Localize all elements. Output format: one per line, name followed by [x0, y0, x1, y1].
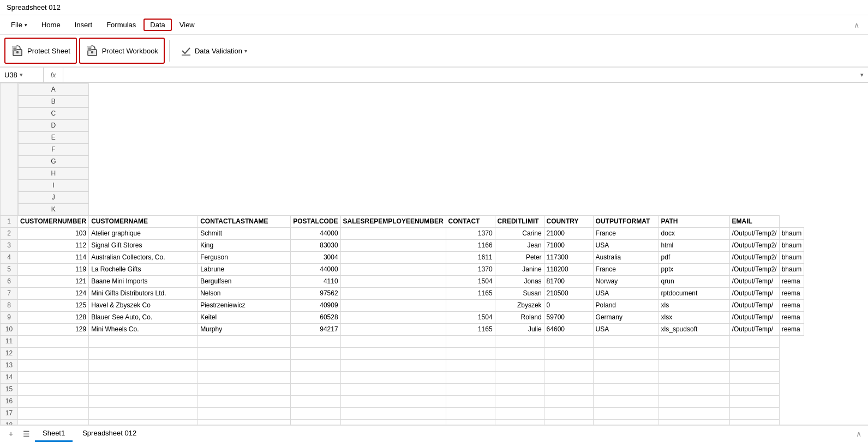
empty-cell[interactable]: [291, 371, 340, 383]
empty-cell[interactable]: [291, 419, 340, 425]
empty-cell[interactable]: [729, 407, 779, 419]
cell-K3[interactable]: /Output/Temp2/: [729, 239, 779, 251]
col-header-G[interactable]: G: [18, 155, 89, 167]
cell-D9[interactable]: 60528: [291, 311, 340, 323]
empty-cell[interactable]: [198, 335, 291, 347]
collapse-icon[interactable]: ∧: [849, 21, 864, 29]
empty-cell[interactable]: [593, 359, 659, 371]
empty-cell[interactable]: [18, 347, 89, 359]
menu-item-home[interactable]: Home: [35, 19, 67, 31]
empty-cell[interactable]: [89, 419, 198, 425]
cell-C7[interactable]: Nelson: [198, 287, 291, 299]
empty-cell[interactable]: [659, 371, 729, 383]
empty-cell[interactable]: [495, 371, 544, 383]
cell-undefined5[interactable]: bhaum: [779, 263, 804, 275]
cell-F9[interactable]: 1504: [446, 311, 495, 323]
cell-B1[interactable]: CUSTOMERNAME: [89, 215, 198, 227]
cell-K9[interactable]: /Output/Temp/: [729, 311, 779, 323]
cell-C6[interactable]: Bergulfsen: [198, 275, 291, 287]
cell-C2[interactable]: Schmitt: [198, 227, 291, 239]
empty-cell[interactable]: [659, 395, 729, 407]
cell-E9[interactable]: [340, 311, 446, 323]
cell-A5[interactable]: 119: [18, 263, 89, 275]
cell-I10[interactable]: USA: [593, 323, 659, 335]
menu-item-formulas[interactable]: Formulas: [100, 19, 142, 31]
cell-H5[interactable]: 118200: [544, 263, 593, 275]
empty-cell[interactable]: [291, 383, 340, 395]
add-sheet-button[interactable]: +: [4, 427, 17, 440]
empty-cell[interactable]: [544, 359, 593, 371]
cell-B3[interactable]: Signal Gift Stores: [89, 239, 198, 251]
cell-E2[interactable]: [340, 227, 446, 239]
cell-C1[interactable]: CONTACTLASTNAME: [198, 215, 291, 227]
cell-E3[interactable]: [340, 239, 446, 251]
protect-workbook-button[interactable]: ▦ Protect Workbook: [79, 38, 165, 64]
empty-cell[interactable]: [593, 419, 659, 425]
cell-J7[interactable]: rptdocument: [659, 287, 729, 299]
empty-cell[interactable]: [198, 359, 291, 371]
cell-A1[interactable]: CUSTOMERNUMBER: [18, 215, 89, 227]
empty-cell[interactable]: [446, 419, 495, 425]
cell-I9[interactable]: Germany: [593, 311, 659, 323]
cell-J4[interactable]: pdf: [659, 251, 729, 263]
empty-cell[interactable]: [495, 407, 544, 419]
cell-G9[interactable]: Roland: [495, 311, 544, 323]
empty-cell[interactable]: [544, 407, 593, 419]
empty-cell[interactable]: [729, 419, 779, 425]
empty-cell[interactable]: [544, 371, 593, 383]
cell-K10[interactable]: /Output/Temp/: [729, 323, 779, 335]
cell-A7[interactable]: 124: [18, 287, 89, 299]
cell-F2[interactable]: 1370: [446, 227, 495, 239]
cell-F6[interactable]: 1504: [446, 275, 495, 287]
cell-H4[interactable]: 117300: [544, 251, 593, 263]
cell-G5[interactable]: Janine: [495, 263, 544, 275]
cell-K2[interactable]: /Output/Temp2/: [729, 227, 779, 239]
cell-G4[interactable]: Peter: [495, 251, 544, 263]
cell-undefined3[interactable]: bhaum: [779, 239, 804, 251]
cell-C4[interactable]: Ferguson: [198, 251, 291, 263]
empty-cell[interactable]: [340, 347, 446, 359]
cell-undefined4[interactable]: bhaum: [779, 251, 804, 263]
cell-I3[interactable]: USA: [593, 239, 659, 251]
cell-E7[interactable]: [340, 287, 446, 299]
empty-cell[interactable]: [89, 407, 198, 419]
cell-undefined9[interactable]: reema: [779, 311, 804, 323]
col-header-K[interactable]: K: [18, 203, 89, 215]
menu-item-insert[interactable]: Insert: [68, 19, 99, 31]
col-header-I[interactable]: I: [18, 179, 89, 191]
empty-cell[interactable]: [495, 359, 544, 371]
cell-D6[interactable]: 4110: [291, 275, 340, 287]
cell-E1[interactable]: SALESREPEMPLOYEENUMBER: [340, 215, 446, 227]
cell-B4[interactable]: Australian Collectors, Co.: [89, 251, 198, 263]
col-header-J[interactable]: J: [18, 191, 89, 203]
cell-I1[interactable]: OUTPUTFORMAT: [593, 215, 659, 227]
empty-cell[interactable]: [446, 371, 495, 383]
empty-cell[interactable]: [495, 419, 544, 425]
empty-cell[interactable]: [593, 383, 659, 395]
cell-K6[interactable]: /Output/Temp/: [729, 275, 779, 287]
col-header-E[interactable]: E: [18, 131, 89, 143]
empty-cell[interactable]: [340, 419, 446, 425]
cell-undefined10[interactable]: reema: [779, 323, 804, 335]
cell-F5[interactable]: 1370: [446, 263, 495, 275]
cell-I4[interactable]: Australia: [593, 251, 659, 263]
empty-cell[interactable]: [659, 335, 729, 347]
empty-cell[interactable]: [89, 347, 198, 359]
empty-cell[interactable]: [446, 335, 495, 347]
empty-cell[interactable]: [659, 359, 729, 371]
empty-cell[interactable]: [544, 383, 593, 395]
cell-B9[interactable]: Blauer See Auto, Co.: [89, 311, 198, 323]
empty-cell[interactable]: [544, 419, 593, 425]
cell-I6[interactable]: Norway: [593, 275, 659, 287]
cell-ref-dropdown[interactable]: ▾: [17, 71, 25, 78]
empty-cell[interactable]: [593, 347, 659, 359]
col-header-C[interactable]: C: [18, 107, 89, 119]
empty-cell[interactable]: [544, 395, 593, 407]
cell-J9[interactable]: xlsx: [659, 311, 729, 323]
empty-cell[interactable]: [495, 347, 544, 359]
cell-G3[interactable]: Jean: [495, 239, 544, 251]
cell-G1[interactable]: CREDITLIMIT: [495, 215, 544, 227]
empty-cell[interactable]: [729, 335, 779, 347]
empty-cell[interactable]: [729, 383, 779, 395]
cell-undefined8[interactable]: reema: [779, 299, 804, 311]
